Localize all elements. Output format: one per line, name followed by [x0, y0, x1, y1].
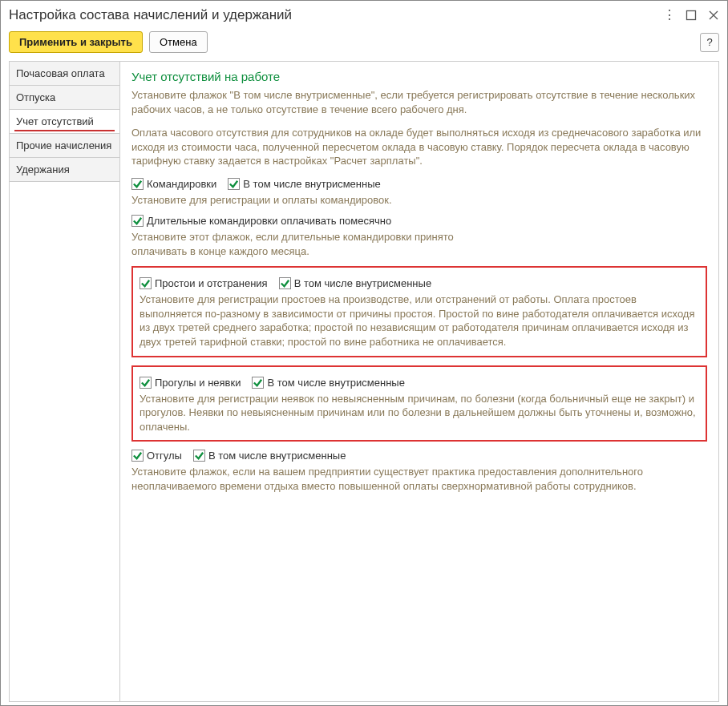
- checkmark-icon: [131, 450, 144, 462]
- checkbox-label: Простои и отстранения: [155, 277, 268, 289]
- checkbox-label: В том числе внутрисменные: [243, 178, 380, 190]
- checkbox-business-trips[interactable]: Командировки: [131, 178, 216, 190]
- checkbox-label: В том числе внутрисменные: [208, 450, 346, 462]
- section-business-trips: Командировки В том числе внутрисменные У…: [131, 178, 707, 259]
- description-text: Установите этот флажок, если длительные …: [131, 230, 468, 258]
- sidebar-tab-deductions[interactable]: Удержания: [10, 158, 119, 182]
- checkmark-icon: [140, 377, 152, 389]
- tab-label: Прочие начисления: [16, 139, 111, 151]
- description-text: Установите для регистрации простоев на п…: [140, 292, 699, 349]
- checkmark-icon: [193, 450, 205, 462]
- toolbar: Применить и закрыть Отмена ?: [1, 28, 727, 61]
- checkmark-icon: [252, 377, 264, 389]
- checkbox-label: В том числе внутрисменные: [267, 377, 404, 389]
- checkbox-label: Отгулы: [147, 450, 182, 462]
- tab-label: Учет отсутствий: [16, 115, 94, 127]
- intro-text-2: Оплата часового отсутствия для сотрудник…: [131, 126, 707, 168]
- checkmark-icon: [279, 277, 291, 289]
- window-controls: ⋮: [663, 10, 719, 21]
- checkbox-label: Длительные командировки оплачивать помес…: [147, 215, 391, 227]
- checkbox-label: Прогулы и неявки: [155, 377, 241, 389]
- cancel-button[interactable]: Отмена: [149, 31, 208, 53]
- description-text: Установите флажок, если на вашем предпри…: [131, 465, 707, 493]
- description-text: Установите для регистрации неявок по нев…: [140, 392, 699, 434]
- window-title: Настройка состава начислений и удержаний: [9, 7, 663, 23]
- maximize-icon[interactable]: [686, 10, 697, 21]
- sidebar-tab-vacation[interactable]: Отпуска: [10, 86, 119, 110]
- titlebar: Настройка состава начислений и удержаний…: [1, 1, 727, 28]
- sidebar-tab-hourly[interactable]: Почасовая оплата: [10, 62, 119, 86]
- kebab-menu-icon[interactable]: ⋮: [663, 10, 674, 21]
- checkbox-absences[interactable]: Прогулы и неявки: [140, 377, 241, 389]
- checkbox-label: Командировки: [147, 178, 216, 190]
- tab-label: Почасовая оплата: [16, 67, 105, 79]
- sidebar-tab-other[interactable]: Прочие начисления: [10, 134, 119, 158]
- checkbox-compensatory[interactable]: Отгулы: [131, 450, 182, 462]
- description-text: Установите для регистрации и оплаты кома…: [131, 193, 707, 208]
- apply-close-button[interactable]: Применить и закрыть: [9, 31, 143, 53]
- checkbox-compensatory-intra[interactable]: В том числе внутрисменные: [193, 450, 346, 462]
- svg-rect-0: [687, 11, 696, 20]
- section-compensatory-leave: Отгулы В том числе внутрисменные Установ…: [131, 450, 707, 493]
- checkmark-icon: [140, 277, 152, 289]
- help-button[interactable]: ?: [700, 33, 719, 52]
- tab-label: Отпуска: [16, 91, 55, 103]
- main-panel: Почасовая оплата Отпуска Учет отсутствий…: [9, 61, 719, 702]
- checkbox-downtime[interactable]: Простои и отстранения: [140, 277, 268, 289]
- checkbox-long-trips-monthly[interactable]: Длительные командировки оплачивать помес…: [131, 215, 391, 227]
- checkbox-business-trips-intra[interactable]: В том числе внутрисменные: [228, 178, 380, 190]
- page-heading: Учет отсутствий на работе: [131, 70, 707, 83]
- close-icon[interactable]: [708, 10, 719, 21]
- checkmark-icon: [131, 178, 144, 190]
- checkbox-label: В том числе внутрисменные: [294, 277, 431, 289]
- checkbox-absences-intra[interactable]: В том числе внутрисменные: [252, 377, 404, 389]
- tab-label: Удержания: [16, 163, 70, 175]
- sidebar-tab-absence[interactable]: Учет отсутствий: [10, 110, 119, 134]
- sidebar: Почасовая оплата Отпуска Учет отсутствий…: [10, 62, 120, 701]
- checkmark-icon: [131, 215, 144, 227]
- checkmark-icon: [228, 178, 240, 190]
- section-downtime-highlight: Простои и отстранения В том числе внутри…: [131, 266, 707, 357]
- content-panel: Учет отсутствий на работе Установите фла…: [120, 62, 718, 701]
- checkbox-downtime-intra[interactable]: В том числе внутрисменные: [279, 277, 431, 289]
- section-absences-highlight: Прогулы и неявки В том числе внутрисменн…: [131, 365, 707, 442]
- intro-text-1: Установите флажок "В том числе внутрисме…: [131, 88, 707, 116]
